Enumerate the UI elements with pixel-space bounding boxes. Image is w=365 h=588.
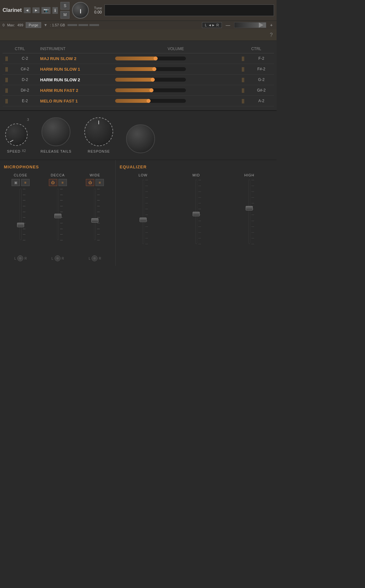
response-indicator: [98, 120, 99, 124]
fader-container: [57, 189, 59, 253]
volume-slider-container[interactable]: [115, 67, 186, 71]
mic-col-decca: DECCA ⏻≡ L R: [41, 173, 75, 261]
response-knob[interactable]: [84, 117, 113, 146]
table-row[interactable]: ||| D#-2 HARM RUN FAST 2 ||| G#-2: [3, 85, 274, 96]
col-volume: VOLUME: [113, 45, 239, 53]
mic-list-btn[interactable]: ≡: [21, 179, 30, 186]
tick: [251, 203, 254, 203]
vol-slider-fill: [115, 78, 155, 82]
tick: [145, 209, 148, 209]
tick: [23, 200, 25, 200]
eq-fader-thumb[interactable]: [246, 206, 253, 210]
tick: [198, 238, 201, 238]
mic-list-btn[interactable]: ≡: [96, 179, 104, 186]
nav-next-button[interactable]: ►: [32, 7, 40, 13]
info-button[interactable]: ℹ: [52, 7, 58, 14]
mic-power-btn[interactable]: ⏻: [49, 179, 57, 186]
fader-track[interactable]: [20, 189, 21, 240]
speed-knob[interactable]: [5, 123, 28, 146]
table-row[interactable]: ||| C-2 MAJ RUN SLOW 2 ||| F-2: [3, 53, 274, 64]
fader-track[interactable]: [57, 189, 59, 240]
instrument-name: Clarinet: [3, 7, 22, 13]
volume-cell[interactable]: [113, 85, 239, 96]
pan-row: L R: [89, 255, 101, 261]
tick: [23, 229, 25, 229]
volume-slider-container[interactable]: [115, 78, 186, 82]
help-button[interactable]: ?: [270, 32, 273, 38]
eq-fader-track[interactable]: [142, 180, 144, 244]
nav-prev-button[interactable]: ◄: [24, 7, 31, 13]
ctrl-right: F#-2: [249, 64, 274, 75]
eq-fader-thumb[interactable]: [140, 218, 147, 222]
vol-plus[interactable]: +: [269, 22, 274, 28]
table-row[interactable]: ||| D-2 HARM RUN SLOW 2 ||| G-2: [3, 75, 274, 85]
volume-slider[interactable]: [234, 22, 266, 28]
vol-slider-thumb[interactable]: [152, 67, 156, 71]
mic-power-btn[interactable]: ⏻: [86, 179, 94, 186]
max-label: Max:: [7, 23, 15, 27]
eq-col-low: LOW: [120, 173, 166, 244]
tune-knob-section: [72, 2, 89, 19]
vol-slider-track[interactable]: [115, 78, 186, 82]
volume-cell[interactable]: [113, 96, 239, 106]
vol-slider-thumb[interactable]: [151, 78, 155, 82]
fader-track[interactable]: [94, 189, 96, 240]
eq-ticks: [145, 180, 148, 244]
tick: [198, 180, 201, 180]
vol-slider-thumb[interactable]: [154, 57, 158, 60]
pan-knob[interactable]: [92, 255, 97, 261]
tune-knob[interactable]: [72, 2, 89, 19]
tick: [145, 227, 148, 227]
pan-label-r: R: [99, 257, 101, 260]
sub-header: 0 Max: 499 Purge ▼ : 1.57 GB L ◄► R — +: [0, 21, 277, 29]
fader-thumb[interactable]: [54, 214, 61, 218]
purge-button[interactable]: Purge: [26, 22, 41, 28]
tick: [145, 203, 148, 203]
volume-cell[interactable]: [113, 64, 239, 75]
vol-slider-track[interactable]: [115, 57, 186, 60]
table-row[interactable]: ||| E-2 MELO RUN FAST 1 ||| A-2: [3, 96, 274, 106]
speed-number: 3: [27, 118, 29, 121]
tick: [23, 195, 25, 195]
tick: [23, 212, 25, 212]
vol-slider-track[interactable]: [115, 99, 186, 103]
ctrl-right: G#-2: [249, 85, 274, 96]
knob-indicator: [10, 140, 13, 142]
speed-knob-wrapper: 3: [5, 123, 28, 146]
vol-slider-track[interactable]: [115, 67, 186, 71]
pan-label-l: L: [89, 257, 91, 260]
volume-slider-container[interactable]: [115, 57, 186, 60]
pan-knob[interactable]: [17, 255, 23, 261]
vol-slider-track[interactable]: [115, 88, 186, 92]
mute-button[interactable]: M: [60, 11, 69, 19]
tick: [97, 223, 100, 223]
eq-fader-track[interactable]: [249, 180, 250, 244]
volume-cell[interactable]: [113, 53, 239, 64]
volume-slider-container[interactable]: [115, 99, 186, 103]
table-row[interactable]: ||| C#-2 HARM RUN SLOW 1 ||| F#-2: [3, 64, 274, 75]
inst-name: HARM RUN SLOW 2: [38, 75, 113, 85]
vol-minus[interactable]: —: [224, 22, 232, 28]
vol-slider-thumb[interactable]: [147, 99, 151, 103]
mic-btn-empty[interactable]: ▣: [12, 179, 20, 186]
eq-fader-track[interactable]: [196, 180, 197, 244]
volume-slider-container[interactable]: [115, 88, 186, 92]
vol-slider-thumb[interactable]: [150, 88, 153, 92]
mic-list-btn[interactable]: ≡: [59, 179, 67, 186]
row-icon: |||: [3, 64, 12, 75]
tick: [97, 206, 100, 206]
tick: [251, 186, 254, 186]
tick: [97, 195, 100, 195]
fader-thumb[interactable]: [17, 223, 24, 227]
release-tails-knob[interactable]: [41, 117, 70, 146]
eq-fader-thumb[interactable]: [193, 212, 200, 216]
camera-button[interactable]: 📷: [41, 7, 50, 14]
volume-cell[interactable]: [113, 75, 239, 85]
solo-button[interactable]: S: [60, 2, 69, 10]
pan-knob[interactable]: [55, 255, 60, 261]
response-label: RESPONSE: [88, 149, 110, 153]
fader-thumb[interactable]: [91, 218, 98, 223]
extra-knob[interactable]: [126, 124, 155, 153]
equalizer-title: EQUALIZER: [120, 165, 273, 169]
eq-label: LOW: [139, 173, 148, 177]
